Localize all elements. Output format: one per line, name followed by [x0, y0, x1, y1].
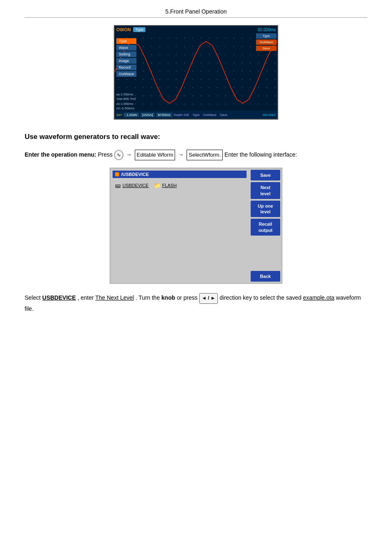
fb-title-text: /USBDEVICE — [121, 172, 149, 177]
osc-type-label: Type — [193, 113, 200, 117]
arrow2: → — [178, 151, 184, 158]
fb-save-button[interactable]: Save — [251, 170, 280, 180]
fb-flash-label: FLASH — [162, 183, 177, 188]
file-browser: /USBDEVICE 🖴 USBDEVICE 📁 FLASH Save Next… — [110, 168, 282, 284]
folder-icon: 📁 — [154, 182, 161, 189]
bt-select-text: Select — [25, 294, 42, 301]
osc-right-buttons: Type OutWave Save — [256, 33, 277, 111]
fb-recall-output-button[interactable]: Recalloutput — [251, 219, 280, 236]
instruction-text: Press — [98, 151, 114, 158]
fb-left-panel: /USBDEVICE 🖴 USBDEVICE 📁 FLASH — [110, 168, 249, 283]
fb-next-level-button[interactable]: Nextlevel — [251, 182, 280, 199]
bt-direction-btns[interactable]: ◄ / ► — [199, 293, 218, 304]
osc-top-bar: OWON Type 00.000ms — [115, 26, 277, 33]
osc-left-menu: Type Wave Setting Image Record OutWave — [116, 38, 136, 77]
page-title: 5.Front Panel Operation — [165, 8, 226, 15]
bt-knob-text: knob — [161, 294, 175, 301]
osc-menu-outwave[interactable]: OutWave — [116, 71, 136, 77]
fb-right-panel: Save Nextlevel Up onelevel Recalloutput … — [249, 168, 282, 283]
osc-menu-setting[interactable]: Setting — [116, 51, 136, 57]
fb-usbdevice-label: USBDEVICE — [122, 183, 149, 188]
osc-save-label: Save — [220, 113, 227, 117]
bt-or-text: or press — [177, 294, 199, 301]
bt-turn-text: . Turn the — [136, 294, 161, 301]
editable-wform-btn[interactable]: Editable Wform — [135, 150, 175, 160]
bt-next-level-text: The Next Level — [95, 294, 134, 301]
section-content: Use waveform generators to recall wave: … — [25, 131, 367, 160]
fb-up-one-level-button[interactable]: Up onelevel — [251, 201, 280, 217]
oscilloscope-screen: OWON Type 00.000ms Type Wave Setting Ima… — [114, 25, 278, 120]
osc-rbtn-outwave[interactable]: OutWave — [256, 39, 277, 45]
fb-folder-usbdevice[interactable]: 🖴 USBDEVICE 📁 FLASH — [113, 180, 247, 190]
osc-right-val: 0/0.00aV — [263, 113, 276, 117]
osc-menu-record[interactable]: Record — [116, 65, 136, 70]
osc-menu-image[interactable]: Image — [116, 58, 136, 64]
oscilloscope-section: OWON Type 00.000ms Type Wave Setting Ima… — [25, 25, 367, 120]
fb-back-button[interactable]: Back — [251, 271, 280, 282]
osc-menu-wave[interactable]: Wave — [116, 45, 136, 51]
usb-icon: 🖴 — [115, 182, 121, 189]
osc-depth-label: Depth:10K — [174, 113, 189, 117]
osc-bottom-info: ax:1.500ms 1/ax:666.7HZ z1:1.000ms z2:-0… — [116, 92, 136, 111]
bt-direction-text: direction key to select the saved — [219, 294, 303, 301]
osc-ch1-val: -1.00div — [124, 113, 138, 117]
osc-bottom-bar: 1V= -1.00div [1NS/s] M:500us Depth:10K T… — [115, 111, 277, 119]
osc-brand: OWON — [116, 27, 131, 32]
osc-outwave-label: OutWave — [203, 113, 217, 117]
osc-waveform — [115, 33, 277, 111]
select-wform-btn[interactable]: SelectWform. — [187, 150, 223, 160]
section-title: Use waveform generators to recall wave: — [25, 131, 367, 143]
osc-type-btn: Type — [133, 27, 145, 32]
fb-title-bar: /USBDEVICE — [113, 171, 247, 178]
knob-symbol: ∿ — [114, 150, 123, 160]
arrow1: → — [126, 151, 132, 158]
bt-filename: example.ota — [303, 294, 334, 301]
osc-rbtn-save[interactable]: Save — [256, 46, 277, 51]
osc-time-display: 00.000ms — [258, 28, 276, 32]
bt-enter-text: , enter — [77, 294, 95, 301]
instruction-paragraph: Enter the operation menu: Press ∿ → Edit… — [25, 150, 367, 160]
bottom-instructions: Select USBDEVICE , enter The Next Level … — [25, 293, 367, 314]
osc-rbtn-type[interactable]: Type — [256, 33, 277, 39]
osc-menu-type[interactable]: Type — [116, 38, 136, 44]
osc-depth: M:500us — [156, 113, 172, 117]
bt-usbdevice: USBDEVICE — [42, 294, 76, 301]
fb-title-icon — [115, 172, 119, 176]
instruction-bold-label: Enter the operation menu: — [25, 151, 96, 158]
osc-ch1-label: 1V= — [116, 113, 122, 117]
osc-timescale: [1NS/s] — [141, 113, 154, 117]
file-browser-wrapper: /USBDEVICE 🖴 USBDEVICE 📁 FLASH Save Next… — [25, 168, 367, 284]
instruction-end: Enter the following interface: — [224, 151, 297, 158]
